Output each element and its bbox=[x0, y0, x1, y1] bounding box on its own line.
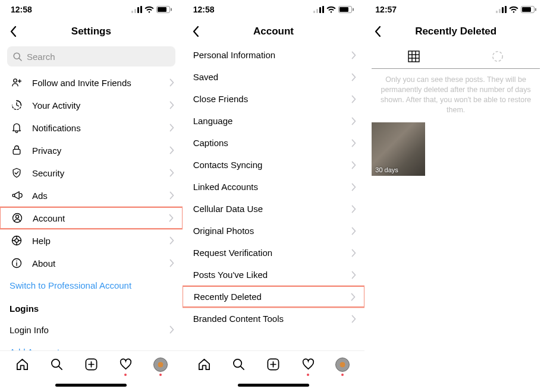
chevron-right-icon bbox=[351, 95, 356, 103]
list-item-label: Contacts Syncing bbox=[193, 160, 352, 170]
status-bar: 12:58 bbox=[0, 0, 183, 19]
settings-item-activity[interactable]: Your Activity bbox=[0, 94, 183, 116]
account-item-recently-deleted[interactable]: Recently Deleted bbox=[183, 286, 365, 308]
account-item-contacts-syncing[interactable]: Contacts Syncing bbox=[183, 154, 365, 176]
deleted-post-thumbnail[interactable]: 30 days bbox=[372, 122, 425, 176]
settings-item-help[interactable]: Help bbox=[0, 229, 183, 252]
chevron-right-icon bbox=[169, 169, 174, 177]
settings-item-lock[interactable]: Privacy bbox=[0, 139, 183, 162]
battery-icon bbox=[156, 6, 172, 13]
notification-dot bbox=[307, 374, 309, 376]
tab-profile[interactable] bbox=[153, 357, 168, 372]
account-item-posts-you-ve-liked[interactable]: Posts You've Liked bbox=[183, 264, 365, 286]
account-item-branded-content-tools[interactable]: Branded Content Tools bbox=[183, 308, 365, 330]
tab-home[interactable] bbox=[14, 357, 30, 372]
list-item-label: Login Info bbox=[10, 325, 169, 335]
list-item-label: Request Verification bbox=[193, 248, 352, 258]
home-indicator bbox=[183, 378, 365, 392]
tab-home[interactable] bbox=[197, 357, 212, 372]
account-item-saved[interactable]: Saved bbox=[183, 66, 365, 88]
grid-icon bbox=[408, 50, 420, 62]
back-button[interactable] bbox=[188, 24, 203, 39]
chevron-right-icon bbox=[351, 139, 356, 147]
chevron-left-icon bbox=[10, 26, 17, 37]
wifi-icon bbox=[144, 6, 154, 13]
list-item-label: Language bbox=[193, 116, 352, 126]
invite-icon bbox=[10, 77, 24, 88]
svg-rect-12 bbox=[13, 149, 20, 154]
settings-item-info[interactable]: About bbox=[0, 252, 183, 274]
deleted-info-text: Only you can see these posts. They will … bbox=[364, 69, 547, 119]
tab-profile[interactable] bbox=[335, 357, 350, 372]
tab-activity[interactable] bbox=[300, 357, 316, 372]
back-button[interactable] bbox=[6, 24, 20, 39]
svg-rect-35 bbox=[353, 8, 354, 11]
svg-rect-30 bbox=[316, 9, 318, 13]
tab-activity[interactable] bbox=[118, 357, 133, 372]
svg-line-25 bbox=[59, 366, 62, 369]
deleted-days-remaining: 30 days bbox=[372, 164, 402, 176]
wifi-icon bbox=[509, 6, 518, 13]
account-icon bbox=[10, 212, 24, 224]
back-button[interactable] bbox=[370, 24, 385, 39]
account-item-captions[interactable]: Captions bbox=[183, 132, 365, 154]
notification-dot bbox=[124, 374, 127, 376]
chevron-right-icon bbox=[169, 101, 174, 109]
account-item-close-friends[interactable]: Close Friends bbox=[183, 88, 365, 110]
svg-rect-46 bbox=[522, 7, 531, 12]
chevron-right-icon bbox=[169, 124, 174, 132]
settings-item-megaphone[interactable]: Ads bbox=[0, 184, 183, 207]
tab-search[interactable] bbox=[231, 357, 247, 372]
plus-square-icon bbox=[84, 358, 98, 371]
clock: 12:58 bbox=[11, 5, 32, 14]
search-input[interactable]: Search bbox=[7, 46, 175, 67]
login-info-item[interactable]: Login Info bbox=[0, 318, 183, 341]
svg-rect-29 bbox=[313, 11, 315, 13]
bottom-nav bbox=[183, 350, 365, 378]
screen-recently-deleted: 12:57 Recently Deleted Only you can see … bbox=[364, 0, 547, 392]
account-item-request-verification[interactable]: Request Verification bbox=[183, 242, 365, 264]
chevron-right-icon bbox=[351, 51, 356, 59]
tab-create[interactable] bbox=[83, 357, 99, 372]
account-item-language[interactable]: Language bbox=[183, 110, 365, 132]
search-icon bbox=[50, 358, 64, 371]
plus-square-icon bbox=[266, 358, 280, 371]
chevron-right-icon bbox=[351, 315, 356, 323]
tab-grid[interactable] bbox=[372, 44, 455, 68]
list-item-label: Privacy bbox=[32, 146, 169, 156]
settings-item-shield[interactable]: Security bbox=[0, 162, 183, 184]
list-item-label: Captions bbox=[193, 138, 352, 148]
svg-rect-0 bbox=[131, 11, 133, 13]
tab-stories[interactable] bbox=[456, 44, 540, 68]
list-item-label: Branded Content Tools bbox=[193, 314, 352, 324]
chevron-right-icon bbox=[169, 191, 174, 200]
account-item-personal-information[interactable]: Personal Information bbox=[183, 44, 365, 66]
account-item-original-photos[interactable]: Original Photos bbox=[183, 220, 365, 242]
account-list: Personal InformationSavedClose FriendsLa… bbox=[183, 44, 365, 350]
svg-rect-2 bbox=[137, 7, 139, 13]
svg-rect-3 bbox=[140, 6, 142, 13]
settings-item-invite[interactable]: Follow and Invite Friends bbox=[0, 71, 183, 94]
switch-professional-link[interactable]: Switch to Professional Account bbox=[0, 274, 183, 296]
lock-icon bbox=[10, 144, 24, 156]
list-item-label: Personal Information bbox=[193, 50, 352, 60]
list-item-label: Follow and Invite Friends bbox=[32, 78, 169, 88]
chevron-right-icon bbox=[351, 227, 356, 235]
chevron-right-icon bbox=[351, 73, 356, 81]
bottom-nav bbox=[0, 350, 183, 378]
settings-item-account[interactable]: Account bbox=[0, 207, 183, 229]
tab-create[interactable] bbox=[266, 357, 281, 372]
account-item-linked-accounts[interactable]: Linked Accounts bbox=[183, 176, 365, 198]
wifi-icon bbox=[326, 6, 336, 13]
svg-line-8 bbox=[19, 58, 21, 61]
tab-search[interactable] bbox=[49, 357, 64, 372]
avatar-icon bbox=[153, 358, 168, 372]
list-item-label: Ads bbox=[32, 191, 169, 201]
notification-dot bbox=[159, 374, 162, 376]
add-account-link[interactable]: Add Account bbox=[0, 341, 183, 350]
page-title: Settings bbox=[0, 26, 183, 37]
account-item-cellular-data-use[interactable]: Cellular Data Use bbox=[183, 198, 365, 220]
svg-rect-47 bbox=[535, 8, 536, 11]
svg-point-23 bbox=[17, 261, 17, 261]
settings-item-bell[interactable]: Notifications bbox=[0, 116, 183, 139]
